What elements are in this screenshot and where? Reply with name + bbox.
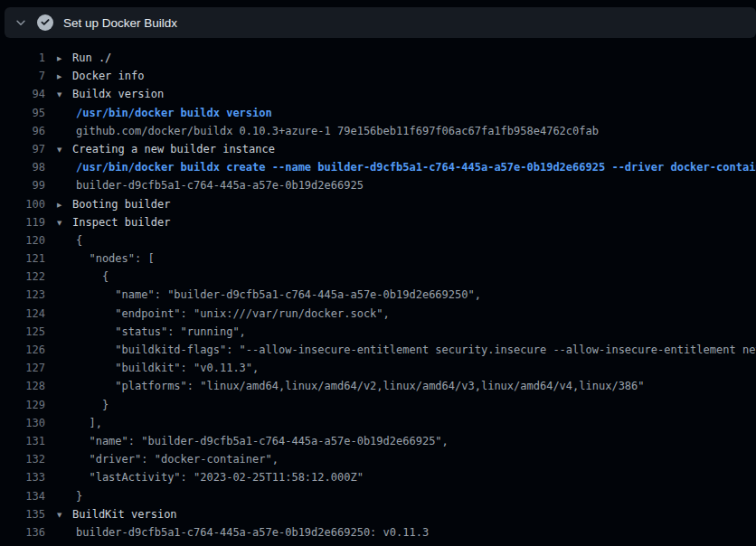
line-text: /usr/bin/docker buildx version bbox=[76, 107, 272, 119]
line-text: { bbox=[76, 270, 109, 283]
line-number[interactable]: 7 bbox=[0, 67, 45, 85]
line-content: "name": "builder-d9cfb5a1-c764-445a-a57e… bbox=[76, 432, 449, 450]
log-row: 97 ▼Creating a new builder instance bbox=[0, 140, 756, 158]
log-row: 119 ▼Inspect builder bbox=[0, 213, 756, 231]
log-row: 129 } bbox=[0, 396, 756, 414]
line-content: "platforms": "linux/amd64,linux/amd64/v2… bbox=[76, 377, 645, 395]
line-text: Docker info bbox=[72, 70, 144, 82]
line-number[interactable]: 97 bbox=[0, 140, 45, 158]
line-number[interactable]: 98 bbox=[0, 158, 45, 176]
line-text: BuildKit version bbox=[72, 508, 177, 521]
line-content[interactable]: ▶Docker info bbox=[57, 67, 144, 85]
line-number[interactable]: 100 bbox=[0, 195, 45, 213]
line-number[interactable]: 1 bbox=[0, 49, 45, 67]
line-text: Booting builder bbox=[72, 198, 170, 211]
line-number[interactable]: 131 bbox=[0, 432, 45, 450]
line-text: "name": "builder-d9cfb5a1-c764-445a-a57e… bbox=[76, 288, 481, 301]
line-text: "platforms": "linux/amd64,linux/amd64/v2… bbox=[76, 380, 645, 392]
line-content: /usr/bin/docker buildx version bbox=[76, 104, 272, 122]
line-content: "nodes": [ bbox=[76, 249, 155, 268]
line-text: Buildx version bbox=[72, 88, 164, 100]
line-content: "lastActivity": "2023-02-25T11:58:12.000… bbox=[76, 468, 364, 486]
line-text: "buildkit": "v0.11.3", bbox=[76, 362, 259, 374]
line-text: } bbox=[76, 399, 109, 411]
line-content: ], bbox=[76, 414, 102, 432]
line-number[interactable]: 99 bbox=[0, 176, 45, 194]
line-content: github.com/docker/buildx 0.10.3+azure-1 … bbox=[76, 122, 599, 140]
log-row: 95 /usr/bin/docker buildx version bbox=[0, 104, 756, 122]
group-toggle-icon[interactable]: ▶ bbox=[57, 68, 68, 86]
line-number[interactable]: 126 bbox=[0, 341, 45, 359]
log-row: 100 ▶Booting builder bbox=[0, 195, 756, 213]
line-number[interactable]: 121 bbox=[0, 249, 45, 268]
log-row: 130 ], bbox=[0, 414, 756, 432]
log-row: 134 } bbox=[0, 487, 756, 505]
line-number[interactable]: 129 bbox=[0, 396, 45, 414]
group-toggle-icon[interactable]: ▶ bbox=[57, 196, 68, 214]
line-number[interactable]: 135 bbox=[0, 505, 45, 523]
line-number[interactable]: 95 bbox=[0, 104, 45, 122]
line-number[interactable]: 136 bbox=[0, 523, 45, 541]
line-content: "buildkitd-flags": "--allow-insecure-ent… bbox=[76, 341, 756, 359]
log-row: 125 "status": "running", bbox=[0, 323, 756, 341]
group-toggle-icon[interactable]: ▶ bbox=[57, 50, 68, 68]
line-number[interactable]: 119 bbox=[0, 213, 45, 231]
line-text: "driver": "docker-container", bbox=[76, 453, 279, 466]
group-toggle-icon[interactable]: ▼ bbox=[57, 86, 68, 104]
log-row: 127 "buildkit": "v0.11.3", bbox=[0, 359, 756, 377]
group-toggle-icon[interactable]: ▼ bbox=[57, 506, 68, 524]
check-circle-icon bbox=[37, 14, 53, 31]
line-content: } bbox=[76, 396, 109, 414]
line-text: Run ./ bbox=[72, 52, 111, 64]
line-content[interactable]: ▶Run ./ bbox=[57, 49, 111, 67]
line-content: "driver": "docker-container", bbox=[76, 450, 279, 468]
line-number[interactable]: 127 bbox=[0, 359, 45, 377]
line-text: "nodes": [ bbox=[76, 252, 155, 265]
line-content: "name": "builder-d9cfb5a1-c764-445a-a57e… bbox=[76, 286, 481, 304]
log-row: 132 "driver": "docker-container", bbox=[0, 450, 756, 468]
line-number[interactable]: 132 bbox=[0, 450, 45, 468]
line-text: "name": "builder-d9cfb5a1-c764-445a-a57e… bbox=[76, 435, 449, 447]
group-toggle-icon[interactable]: ▼ bbox=[57, 214, 68, 232]
line-content: } bbox=[76, 487, 82, 505]
line-text: github.com/docker/buildx 0.10.3+azure-1 … bbox=[76, 125, 599, 137]
line-number[interactable]: 123 bbox=[0, 286, 45, 304]
log-row: 133 "lastActivity": "2023-02-25T11:58:12… bbox=[0, 468, 756, 486]
step-title: Set up Docker Buildx bbox=[63, 16, 177, 30]
chevron-down-icon[interactable] bbox=[14, 16, 27, 29]
line-number[interactable]: 130 bbox=[0, 414, 45, 432]
line-number[interactable]: 122 bbox=[0, 268, 45, 286]
line-number[interactable]: 96 bbox=[0, 122, 45, 140]
line-number[interactable]: 133 bbox=[0, 468, 45, 486]
log-row: 128 "platforms": "linux/amd64,linux/amd6… bbox=[0, 377, 756, 395]
step-header[interactable]: Set up Docker Buildx bbox=[5, 7, 756, 38]
line-number[interactable]: 124 bbox=[0, 305, 45, 323]
line-content: { bbox=[76, 231, 82, 249]
log-row: 126 "buildkitd-flags": "--allow-insecure… bbox=[0, 341, 756, 359]
line-content[interactable]: ▼BuildKit version bbox=[57, 505, 177, 523]
log-row: 131 "name": "builder-d9cfb5a1-c764-445a-… bbox=[0, 432, 756, 450]
log-row: 94 ▼Buildx version bbox=[0, 85, 756, 103]
line-content[interactable]: ▼Inspect builder bbox=[57, 213, 170, 231]
line-text: "status": "running", bbox=[76, 325, 246, 338]
group-toggle-icon[interactable]: ▼ bbox=[57, 141, 68, 159]
line-content[interactable]: ▼Creating a new builder instance bbox=[57, 140, 275, 158]
line-number[interactable]: 125 bbox=[0, 323, 45, 341]
line-number[interactable]: 134 bbox=[0, 487, 45, 505]
log-row: 135 ▼BuildKit version bbox=[0, 505, 756, 523]
log-row: 7 ▶Docker info bbox=[0, 67, 756, 85]
log-row: 120 { bbox=[0, 231, 756, 249]
line-text: "buildkitd-flags": "--allow-insecure-ent… bbox=[76, 344, 756, 356]
line-number[interactable]: 128 bbox=[0, 377, 45, 395]
line-content[interactable]: ▼Buildx version bbox=[57, 85, 164, 103]
line-text: } bbox=[76, 490, 82, 503]
line-content[interactable]: ▶Booting builder bbox=[57, 195, 170, 213]
log-lines[interactable]: 1 ▶Run ./ 7 ▶Docker info 94 ▼Buildx vers… bbox=[0, 49, 756, 546]
line-text: "lastActivity": "2023-02-25T11:58:12.000… bbox=[76, 471, 364, 484]
line-number[interactable]: 94 bbox=[0, 85, 45, 103]
line-content: builder-d9cfb5a1-c764-445a-a57e-0b19d2e6… bbox=[76, 176, 364, 194]
line-number[interactable]: 120 bbox=[0, 231, 45, 249]
line-text: builder-d9cfb5a1-c764-445a-a57e-0b19d2e6… bbox=[76, 179, 364, 192]
line-content: builder-d9cfb5a1-c764-445a-a57e-0b19d2e6… bbox=[76, 523, 429, 541]
line-text: builder-d9cfb5a1-c764-445a-a57e-0b19d2e6… bbox=[76, 526, 429, 539]
